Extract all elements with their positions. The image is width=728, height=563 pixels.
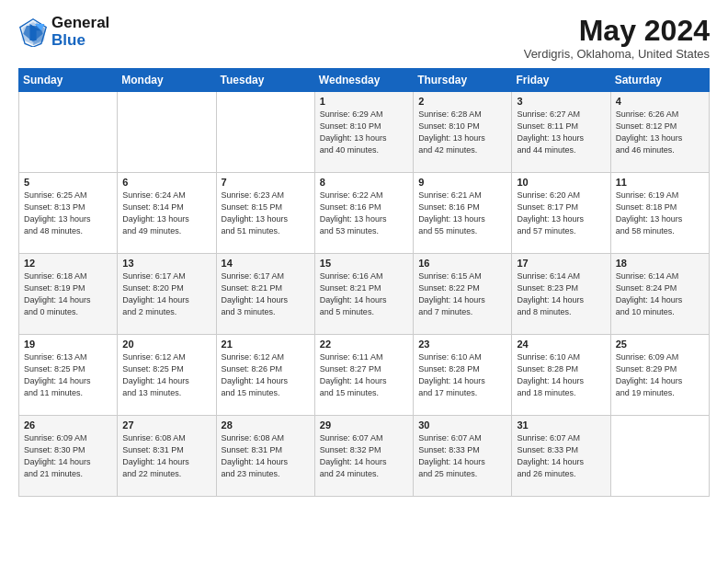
day-info: Sunrise: 6:07 AM Sunset: 8:32 PM Dayligh… [320, 432, 408, 480]
table-row: 18Sunrise: 6:14 AM Sunset: 8:24 PM Dayli… [610, 254, 709, 335]
day-info: Sunrise: 6:21 AM Sunset: 8:16 PM Dayligh… [418, 190, 506, 237]
day-info: Sunrise: 6:20 AM Sunset: 8:17 PM Dayligh… [517, 190, 605, 237]
table-row: 16Sunrise: 6:15 AM Sunset: 8:22 PM Dayli… [414, 254, 512, 335]
day-info: Sunrise: 6:28 AM Sunset: 8:10 PM Dayligh… [418, 109, 506, 156]
header-tuesday: Tuesday [216, 69, 314, 92]
day-number: 10 [517, 177, 605, 188]
table-row: 2Sunrise: 6:28 AM Sunset: 8:10 PM Daylig… [414, 92, 512, 173]
day-number: 28 [222, 419, 310, 431]
day-number: 15 [320, 258, 408, 269]
day-number: 23 [418, 339, 506, 350]
day-info: Sunrise: 6:17 AM Sunset: 8:20 PM Dayligh… [122, 270, 210, 318]
day-number: 3 [517, 96, 605, 107]
header: General Blue May 2024 Verdigris, Oklahom… [18, 15, 710, 61]
table-row: 19Sunrise: 6:13 AM Sunset: 8:25 PM Dayli… [19, 335, 118, 416]
table-row: 17Sunrise: 6:14 AM Sunset: 8:23 PM Dayli… [512, 254, 610, 335]
day-number: 17 [517, 258, 605, 269]
table-row: 26Sunrise: 6:09 AM Sunset: 8:30 PM Dayli… [19, 416, 118, 497]
day-number: 29 [320, 419, 408, 431]
day-number: 16 [418, 258, 506, 269]
day-info: Sunrise: 6:29 AM Sunset: 8:10 PM Dayligh… [320, 109, 408, 156]
day-number: 12 [24, 258, 112, 269]
table-row: 24Sunrise: 6:10 AM Sunset: 8:28 PM Dayli… [512, 335, 610, 416]
calendar-week-row: 19Sunrise: 6:13 AM Sunset: 8:25 PM Dayli… [19, 335, 710, 416]
table-row: 9Sunrise: 6:21 AM Sunset: 8:16 PM Daylig… [414, 173, 512, 254]
table-row: 28Sunrise: 6:08 AM Sunset: 8:31 PM Dayli… [216, 416, 314, 497]
table-row [19, 92, 118, 173]
day-info: Sunrise: 6:26 AM Sunset: 8:12 PM Dayligh… [616, 109, 704, 156]
day-info: Sunrise: 6:12 AM Sunset: 8:25 PM Dayligh… [122, 351, 210, 399]
day-info: Sunrise: 6:12 AM Sunset: 8:26 PM Dayligh… [222, 351, 310, 399]
day-info: Sunrise: 6:18 AM Sunset: 8:19 PM Dayligh… [24, 270, 112, 318]
day-info: Sunrise: 6:10 AM Sunset: 8:28 PM Dayligh… [517, 351, 605, 399]
day-info: Sunrise: 6:16 AM Sunset: 8:21 PM Dayligh… [320, 270, 408, 318]
day-number: 27 [122, 419, 210, 431]
day-number: 20 [122, 339, 210, 350]
day-info: Sunrise: 6:27 AM Sunset: 8:11 PM Dayligh… [517, 109, 605, 156]
day-info: Sunrise: 6:15 AM Sunset: 8:22 PM Dayligh… [418, 270, 506, 318]
day-info: Sunrise: 6:09 AM Sunset: 8:29 PM Dayligh… [616, 351, 704, 399]
table-row: 3Sunrise: 6:27 AM Sunset: 8:11 PM Daylig… [512, 92, 610, 173]
day-number: 21 [222, 339, 310, 350]
day-info: Sunrise: 6:23 AM Sunset: 8:15 PM Dayligh… [222, 190, 310, 237]
calendar-week-row: 1Sunrise: 6:29 AM Sunset: 8:10 PM Daylig… [19, 92, 710, 173]
day-number: 18 [616, 258, 704, 269]
table-row [610, 416, 709, 497]
month-title: May 2024 [524, 15, 710, 47]
header-wednesday: Wednesday [314, 69, 413, 92]
table-row: 12Sunrise: 6:18 AM Sunset: 8:19 PM Dayli… [19, 254, 118, 335]
header-monday: Monday [118, 69, 216, 92]
day-number: 5 [24, 177, 112, 188]
header-saturday: Saturday [610, 69, 709, 92]
day-number: 11 [616, 177, 704, 188]
table-row: 20Sunrise: 6:12 AM Sunset: 8:25 PM Dayli… [118, 335, 216, 416]
day-info: Sunrise: 6:11 AM Sunset: 8:27 PM Dayligh… [320, 351, 408, 399]
table-row: 6Sunrise: 6:24 AM Sunset: 8:14 PM Daylig… [118, 173, 216, 254]
table-row [118, 92, 216, 173]
table-row: 5Sunrise: 6:25 AM Sunset: 8:13 PM Daylig… [19, 173, 118, 254]
calendar-page: General Blue May 2024 Verdigris, Oklahom… [0, 0, 728, 563]
day-number: 4 [616, 96, 704, 107]
table-row: 21Sunrise: 6:12 AM Sunset: 8:26 PM Dayli… [216, 335, 314, 416]
day-info: Sunrise: 6:08 AM Sunset: 8:31 PM Dayligh… [122, 432, 210, 480]
table-row: 8Sunrise: 6:22 AM Sunset: 8:16 PM Daylig… [314, 173, 413, 254]
calendar-week-row: 12Sunrise: 6:18 AM Sunset: 8:19 PM Dayli… [19, 254, 710, 335]
day-info: Sunrise: 6:14 AM Sunset: 8:23 PM Dayligh… [517, 270, 605, 318]
day-number: 2 [418, 96, 506, 107]
table-row: 7Sunrise: 6:23 AM Sunset: 8:15 PM Daylig… [216, 173, 314, 254]
day-number: 14 [222, 258, 310, 269]
day-number: 9 [418, 177, 506, 188]
table-row: 23Sunrise: 6:10 AM Sunset: 8:28 PM Dayli… [414, 335, 512, 416]
table-row: 1Sunrise: 6:29 AM Sunset: 8:10 PM Daylig… [314, 92, 413, 173]
day-info: Sunrise: 6:13 AM Sunset: 8:25 PM Dayligh… [24, 351, 112, 399]
table-row: 31Sunrise: 6:07 AM Sunset: 8:33 PM Dayli… [512, 416, 610, 497]
day-number: 6 [122, 177, 210, 188]
table-row: 4Sunrise: 6:26 AM Sunset: 8:12 PM Daylig… [610, 92, 709, 173]
table-row: 22Sunrise: 6:11 AM Sunset: 8:27 PM Dayli… [314, 335, 413, 416]
table-row: 30Sunrise: 6:07 AM Sunset: 8:33 PM Dayli… [414, 416, 512, 497]
logo-icon [18, 17, 48, 47]
day-number: 22 [320, 339, 408, 350]
day-info: Sunrise: 6:08 AM Sunset: 8:31 PM Dayligh… [222, 432, 310, 480]
calendar-week-row: 26Sunrise: 6:09 AM Sunset: 8:30 PM Dayli… [19, 416, 710, 497]
day-number: 31 [517, 419, 605, 431]
table-row: 15Sunrise: 6:16 AM Sunset: 8:21 PM Dayli… [314, 254, 413, 335]
day-number: 24 [517, 339, 605, 350]
table-row: 13Sunrise: 6:17 AM Sunset: 8:20 PM Dayli… [118, 254, 216, 335]
day-number: 26 [24, 419, 112, 431]
location-subtitle: Verdigris, Oklahoma, United States [524, 47, 710, 61]
day-info: Sunrise: 6:22 AM Sunset: 8:16 PM Dayligh… [320, 190, 408, 237]
table-row: 10Sunrise: 6:20 AM Sunset: 8:17 PM Dayli… [512, 173, 610, 254]
day-info: Sunrise: 6:19 AM Sunset: 8:18 PM Dayligh… [616, 190, 704, 237]
day-number: 13 [122, 258, 210, 269]
header-sunday: Sunday [19, 69, 118, 92]
table-row: 25Sunrise: 6:09 AM Sunset: 8:29 PM Dayli… [610, 335, 709, 416]
day-number: 8 [320, 177, 408, 188]
header-thursday: Thursday [414, 69, 512, 92]
table-row [216, 92, 314, 173]
day-number: 25 [616, 339, 704, 350]
logo: General Blue [18, 15, 109, 49]
table-row: 11Sunrise: 6:19 AM Sunset: 8:18 PM Dayli… [610, 173, 709, 254]
day-info: Sunrise: 6:07 AM Sunset: 8:33 PM Dayligh… [418, 432, 506, 480]
calendar-table: Sunday Monday Tuesday Wednesday Thursday… [18, 68, 710, 497]
